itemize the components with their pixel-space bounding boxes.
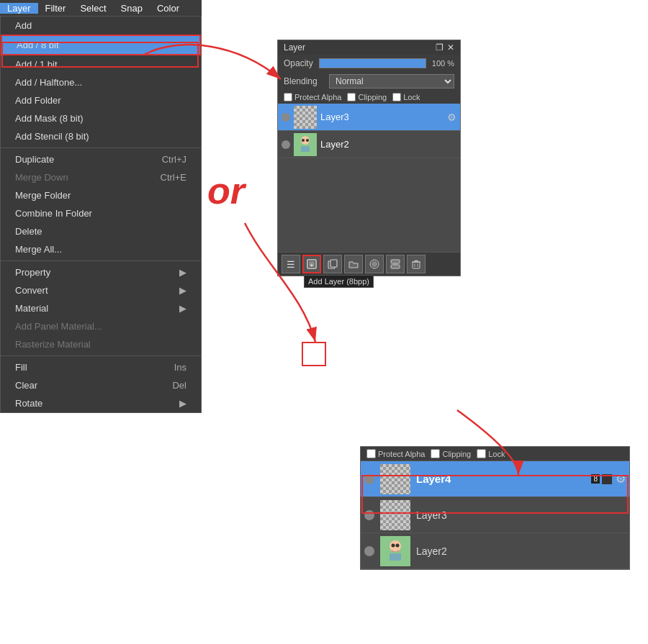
add-layer-btn[interactable]: + Add Layer (8bpp) bbox=[302, 255, 321, 273]
menu-item[interactable]: DuplicateCtrl+J bbox=[1, 150, 201, 168]
protect-alpha-checkbox[interactable] bbox=[284, 93, 292, 101]
menu-item[interactable]: Combine In Folder bbox=[1, 204, 201, 222]
menu-item-label: Add Mask (8 bit) bbox=[15, 113, 84, 124]
visibility-dot[interactable] bbox=[364, 510, 374, 520]
menu-item[interactable]: Add Mask (8 bit) bbox=[1, 109, 201, 127]
layer-panel-top: Layer ❐ ✕ Opacity 100 % Blending Normal … bbox=[277, 40, 461, 276]
svg-rect-12 bbox=[391, 260, 400, 263]
menu-item[interactable]: Add bbox=[1, 17, 201, 35]
menu-item[interactable]: Add Folder bbox=[1, 91, 201, 109]
svg-point-4 bbox=[306, 139, 309, 142]
menu-item-label: Add Stencil (8 bit) bbox=[15, 131, 89, 142]
or-annotation: or bbox=[207, 169, 245, 212]
visibility-dot[interactable] bbox=[282, 113, 290, 122]
visibility-dot[interactable] bbox=[364, 474, 374, 484]
menu-color[interactable]: Color bbox=[150, 3, 186, 14]
menu-item-label: Add Panel Material... bbox=[15, 321, 102, 332]
svg-rect-9 bbox=[330, 260, 337, 267]
layer-name: Layer2 bbox=[416, 545, 626, 557]
svg-rect-17 bbox=[415, 260, 418, 262]
menu-item-label: Merge All... bbox=[15, 244, 62, 255]
menu-item[interactable]: Rotate▶ bbox=[1, 394, 201, 412]
delete-layer-btn[interactable] bbox=[407, 255, 426, 273]
menu-item-label: Property bbox=[15, 267, 50, 278]
merge-btn[interactable] bbox=[386, 255, 405, 273]
layer-row[interactable]: Layer2 bbox=[278, 131, 460, 158]
menu-filter[interactable]: Filter bbox=[38, 3, 73, 14]
svg-rect-13 bbox=[391, 265, 400, 268]
menu-item-label: Add bbox=[15, 20, 32, 31]
menu-item[interactable]: Add / 8 bit bbox=[1, 35, 201, 55]
bottom-clipping-checkbox[interactable] bbox=[431, 449, 440, 458]
layer-name: Layer3 bbox=[416, 509, 626, 521]
bottom-protect-alpha[interactable]: Protect Alpha bbox=[366, 449, 425, 458]
copy-layer-btn[interactable] bbox=[323, 255, 342, 273]
visibility-dot[interactable] bbox=[364, 546, 374, 556]
svg-point-3 bbox=[302, 139, 305, 142]
highlight-add-layer-btn bbox=[302, 342, 326, 366]
submenu-arrow-icon: ▶ bbox=[179, 267, 186, 278]
close-icon[interactable]: ✕ bbox=[447, 42, 454, 53]
expand-icon[interactable]: ❐ bbox=[436, 42, 444, 53]
bottom-lock-checkbox[interactable] bbox=[477, 449, 486, 458]
svg-point-23 bbox=[392, 543, 395, 547]
blending-row: Blending Normal bbox=[278, 72, 460, 91]
menu-item[interactable]: FillIns bbox=[1, 358, 201, 376]
menu-item[interactable]: Merge All... bbox=[1, 240, 201, 258]
visibility-dot[interactable] bbox=[282, 140, 290, 149]
blending-select[interactable]: Normal bbox=[329, 74, 454, 89]
svg-text:+: + bbox=[310, 262, 313, 269]
submenu-arrow-icon: ▶ bbox=[179, 398, 186, 409]
svg-rect-2 bbox=[301, 146, 310, 152]
menu-item: Merge DownCtrl+E bbox=[1, 168, 201, 186]
menu-item-label: Add / 8 bit bbox=[17, 40, 59, 50]
lock-checkbox[interactable] bbox=[392, 93, 401, 101]
submenu-arrow-icon: ▶ bbox=[179, 285, 186, 296]
opacity-label: Opacity bbox=[284, 58, 313, 68]
layer-row-large[interactable]: Layer3 bbox=[361, 497, 629, 533]
menu-item[interactable]: Add / Halftone... bbox=[1, 73, 201, 91]
layer-thumb-char bbox=[380, 536, 410, 566]
menu-item-shortcut: Ctrl+J bbox=[162, 154, 186, 165]
menu-bar: Layer Filter Select Snap Color bbox=[0, 0, 202, 16]
menu-item[interactable]: Property▶ bbox=[1, 263, 201, 281]
clipping-label[interactable]: Clipping bbox=[347, 93, 387, 101]
menu-item-shortcut: Del bbox=[172, 380, 186, 391]
bottom-clipping[interactable]: Clipping bbox=[431, 449, 471, 458]
menu-item[interactable]: Convert▶ bbox=[1, 281, 201, 299]
menu-snap[interactable]: Snap bbox=[114, 3, 150, 14]
menu-item[interactable]: Merge Folder bbox=[1, 186, 201, 204]
menu-item[interactable]: ClearDel bbox=[1, 376, 201, 394]
layer-settings-btn[interactable]: ☰ bbox=[282, 255, 300, 273]
empty-layer-area bbox=[278, 158, 460, 252]
menu-layer[interactable]: Layer bbox=[0, 3, 38, 14]
mask-btn[interactable] bbox=[365, 255, 384, 273]
layer-row-large[interactable]: Layer2 bbox=[361, 533, 629, 569]
lock-label[interactable]: Lock bbox=[392, 93, 420, 101]
bottom-lock[interactable]: Lock bbox=[477, 449, 505, 458]
folder-btn[interactable] bbox=[344, 255, 363, 273]
clipping-checkbox[interactable] bbox=[347, 93, 356, 101]
gear-icon[interactable]: ⚙ bbox=[616, 472, 626, 486]
menu-item[interactable]: Material▶ bbox=[1, 299, 201, 317]
layer-row-large[interactable]: Layer4 8 ⚙ bbox=[361, 461, 629, 497]
bottom-protect-alpha-checkbox[interactable] bbox=[366, 449, 376, 458]
menu-item[interactable]: Add Stencil (8 bit) bbox=[1, 127, 201, 145]
opacity-bar[interactable] bbox=[319, 58, 426, 68]
gear-icon[interactable]: ⚙ bbox=[447, 112, 456, 123]
menu-item[interactable]: Add / 1 bit bbox=[1, 55, 201, 73]
menu-separator bbox=[1, 148, 201, 148]
menu-item[interactable]: Delete bbox=[1, 222, 201, 240]
svg-rect-15 bbox=[413, 262, 420, 268]
menu-separator bbox=[1, 260, 201, 261]
menu-select[interactable]: Select bbox=[73, 3, 113, 14]
menu-item: Rasterize Material bbox=[1, 335, 201, 353]
svg-rect-11 bbox=[372, 261, 377, 267]
menu-item: Add Panel Material... bbox=[1, 317, 201, 335]
layer-row[interactable]: Layer3 ⚙ bbox=[278, 104, 460, 131]
layer-panel-bottom: Protect Alpha Clipping Lock Layer4 8 ⚙ L… bbox=[360, 446, 630, 570]
menu-item-label: Convert bbox=[15, 285, 48, 296]
protect-alpha-label[interactable]: Protect Alpha bbox=[284, 93, 341, 101]
add-layer-tooltip: Add Layer (8bpp) bbox=[304, 275, 374, 288]
menu-item-label: Clear bbox=[15, 380, 37, 391]
